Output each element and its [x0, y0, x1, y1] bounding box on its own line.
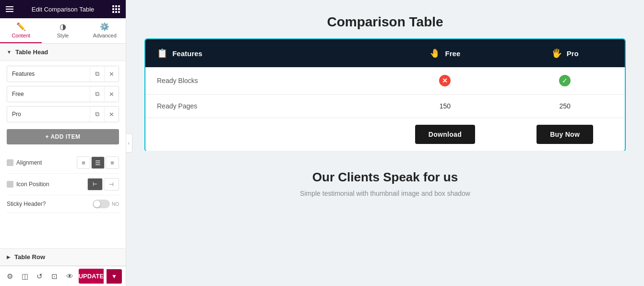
right-panel: ‹ Comparison Table 📋 Features 🤚 Free 🖐: [126, 0, 644, 286]
content-icon: ✏️: [16, 22, 26, 31]
buynow-button[interactable]: Buy Now: [537, 125, 593, 144]
free-col-header: 🤚 Free: [385, 39, 505, 67]
icon-pos-left-btn[interactable]: ⊢: [87, 178, 103, 191]
features-input[interactable]: [7, 67, 90, 81]
cross-icon: ✕: [439, 75, 451, 86]
responsive-icon-btn[interactable]: ⊡: [48, 269, 60, 284]
eye-icon-btn[interactable]: 👁: [64, 269, 76, 284]
bottom-title: Our Clients Speak for us: [155, 170, 615, 185]
toggle-knob: [94, 201, 100, 207]
pro-col-label: Pro: [567, 49, 579, 58]
ready-blocks-pro: ✓: [505, 67, 625, 95]
free-col-icon: 🤚: [429, 48, 440, 58]
table-row-label: Table Row: [14, 253, 45, 261]
panel-topbar: Edit Comparison Table: [0, 0, 126, 18]
tab-advanced[interactable]: ⚙️ Advanced: [84, 18, 126, 43]
ready-pages-free: 150: [385, 95, 505, 118]
sticky-header-label: Sticky Header?: [7, 201, 46, 207]
bottom-bar: ⚙ ◫ ↺ ⊡ 👁 UPDATE ▼: [0, 266, 126, 286]
copy-pro-btn[interactable]: ⧉: [90, 107, 104, 122]
ready-pages-label: Ready Pages: [145, 95, 385, 118]
advanced-icon: ⚙️: [100, 22, 109, 31]
features-col-label: Features: [172, 49, 203, 58]
align-left-btn[interactable]: ≡: [77, 156, 90, 169]
layers-icon-btn[interactable]: ◫: [19, 269, 31, 284]
icon-position-label: Icon Position: [7, 181, 49, 188]
table-row-section[interactable]: ▶ Table Row: [0, 248, 126, 266]
style-icon: ◑: [60, 22, 66, 31]
right-content: Comparison Table 📋 Features 🤚 Free 🖐 Pro: [126, 0, 644, 286]
comp-table-head: 📋 Features 🤚 Free 🖐 Pro: [145, 39, 625, 67]
input-row-pro: ⧉ ✕: [7, 106, 119, 122]
alignment-setting: Alignment ≡ ☰ ≡: [7, 152, 119, 174]
update-arrow-button[interactable]: ▼: [107, 269, 122, 284]
ready-pages-pro: 250: [505, 95, 625, 118]
add-item-button[interactable]: + ADD ITEM: [7, 129, 119, 144]
delete-free-btn[interactable]: ✕: [104, 86, 119, 102]
align-center-btn[interactable]: ☰: [91, 156, 105, 169]
collapse-handle[interactable]: ‹: [126, 133, 132, 153]
head-row: 📋 Features 🤚 Free 🖐 Pro: [145, 39, 625, 67]
panel-tabs: ✏️ Content ◑ Style ⚙️ Advanced: [0, 18, 126, 44]
sticky-header-toggle[interactable]: [93, 200, 110, 208]
delete-features-btn[interactable]: ✕: [104, 66, 119, 82]
download-cell: Download: [385, 118, 505, 151]
input-row-features: ⧉ ✕: [7, 66, 119, 82]
tab-style[interactable]: ◑ Style: [42, 18, 83, 43]
table-row-arrow-icon: ▶: [7, 254, 11, 260]
sticky-toggle-wrapper: NO: [93, 200, 119, 208]
icon-position-buttons: ⊢ ⊣: [87, 178, 119, 191]
input-row-free: ⧉ ✕: [7, 86, 119, 102]
left-panel: Edit Comparison Table ✏️ Content ◑ Style…: [0, 0, 126, 286]
alignment-label: Alignment: [7, 159, 42, 166]
update-button[interactable]: UPDATE: [79, 269, 104, 284]
toggle-no-label: NO: [112, 202, 119, 207]
hamburger-menu[interactable]: [6, 6, 13, 12]
icon-pos-right-btn[interactable]: ⊣: [104, 178, 119, 191]
pro-input[interactable]: [7, 107, 90, 121]
history-icon-btn[interactable]: ↺: [34, 269, 46, 284]
download-button[interactable]: Download: [415, 125, 475, 144]
features-col-icon: 📋: [157, 48, 167, 58]
ready-blocks-label: Ready Blocks: [145, 67, 385, 95]
sticky-header-setting: Sticky Header? NO: [7, 195, 119, 213]
ready-blocks-free: ✕: [385, 67, 505, 95]
check-icon: ✓: [559, 75, 571, 86]
comparison-table: 📋 Features 🤚 Free 🖐 Pro Ready B: [145, 39, 625, 151]
copy-features-btn[interactable]: ⧉: [90, 66, 104, 82]
align-right-btn[interactable]: ≡: [106, 156, 119, 169]
icon-position-setting: Icon Position ⊢ ⊣: [7, 174, 119, 195]
table-row: Ready Pages 150 250: [145, 95, 625, 118]
tab-content-label: Content: [12, 33, 30, 38]
table-row: Ready Blocks ✕ ✓: [145, 67, 625, 95]
pro-col-header: 🖐 Pro: [505, 39, 625, 67]
panel-title: Edit Comparison Table: [32, 6, 95, 13]
table-head-arrow-icon: ▼: [7, 49, 12, 55]
icon-pos-icon: [7, 181, 13, 188]
comparison-table-title: Comparison Table: [327, 14, 443, 30]
copy-free-btn[interactable]: ⧉: [90, 86, 104, 102]
pro-col-icon: 🖐: [551, 48, 562, 58]
tab-advanced-label: Advanced: [93, 33, 117, 38]
delete-pro-btn[interactable]: ✕: [104, 107, 119, 122]
buttons-row: Download Buy Now: [145, 118, 625, 151]
bottom-section: Our Clients Speak for us Simple testimon…: [145, 151, 625, 207]
table-head-section-header[interactable]: ▼ Table Head: [0, 44, 126, 61]
buynow-cell: Buy Now: [505, 118, 625, 151]
settings-icon-btn[interactable]: ⚙: [4, 269, 16, 284]
grid-options-icon[interactable]: [112, 5, 120, 13]
tab-style-label: Style: [57, 33, 69, 38]
tab-content[interactable]: ✏️ Content: [0, 18, 42, 43]
free-input[interactable]: [7, 87, 90, 101]
btn-row-empty: [145, 118, 385, 151]
comp-table-body: Ready Blocks ✕ ✓ Ready Pages 150 250: [145, 67, 625, 151]
input-rows-container: ⧉ ✕ ⧉ ✕ ⧉ ✕: [0, 61, 126, 127]
alignment-icon: [7, 159, 13, 166]
free-col-label: Free: [445, 49, 461, 58]
settings-rows: Alignment ≡ ☰ ≡ Icon Position ⊢ ⊣ Sticky…: [0, 149, 126, 216]
features-col-header: 📋 Features: [145, 39, 385, 67]
table-head-label: Table Head: [15, 48, 48, 56]
bottom-subtitle: Simple testimonial with thumbnail image …: [155, 190, 615, 197]
alignment-buttons: ≡ ☰ ≡: [77, 156, 119, 169]
